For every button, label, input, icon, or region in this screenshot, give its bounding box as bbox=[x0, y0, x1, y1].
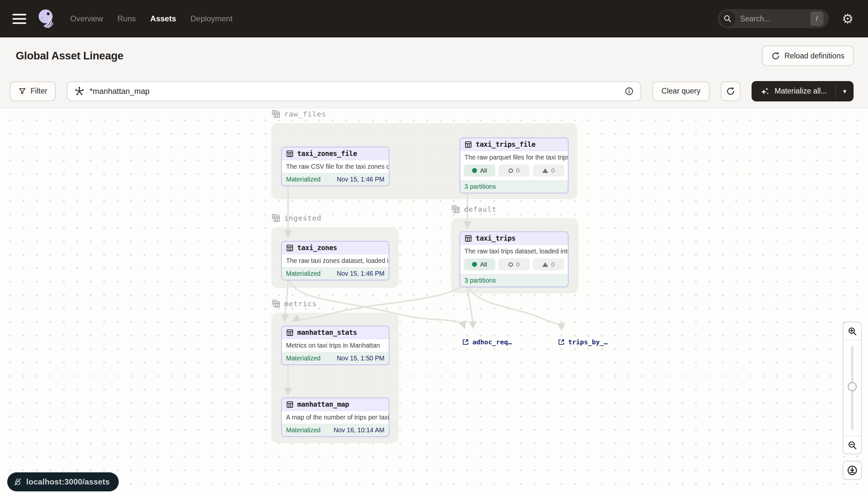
dagster-logo-icon[interactable] bbox=[37, 8, 56, 29]
table-icon bbox=[286, 244, 294, 252]
clear-query-button[interactable]: Clear query bbox=[652, 81, 710, 101]
zoom-in-button[interactable] bbox=[844, 322, 861, 340]
asset-selection-value: *manhattan_map bbox=[90, 87, 149, 96]
refresh-icon bbox=[771, 52, 780, 61]
nav-link-overview[interactable]: Overview bbox=[70, 14, 103, 23]
ring-icon bbox=[509, 262, 513, 267]
materialization-timestamp: Nov 15, 1:50 PM bbox=[337, 355, 385, 362]
search-placeholder: Search... bbox=[740, 14, 770, 23]
zoom-in-icon bbox=[847, 326, 857, 336]
group-table-icon bbox=[271, 214, 281, 223]
asset-node-taxi-zones[interactable]: taxi_zones The raw taxi zones dataset, l… bbox=[281, 241, 389, 280]
table-icon bbox=[286, 401, 294, 408]
asset-node-taxi-zones-file[interactable]: taxi_zones_file The raw CSV file for the… bbox=[281, 147, 389, 186]
group-table-icon bbox=[451, 205, 460, 214]
status-badge: Materialized bbox=[286, 426, 320, 434]
zoom-controls bbox=[843, 322, 862, 454]
asset-description: The raw CSV file for the taxi zones dat.… bbox=[282, 160, 389, 173]
nav-link-runs[interactable]: Runs bbox=[118, 14, 136, 23]
status-badge: Materialized bbox=[286, 355, 320, 362]
recenter-view-button[interactable] bbox=[843, 461, 862, 480]
top-nav: Overview Runs Assets Deployment Search..… bbox=[0, 0, 868, 37]
lock-slash-icon bbox=[14, 478, 22, 486]
refresh-graph-button[interactable] bbox=[721, 81, 740, 101]
green-dot-icon bbox=[472, 262, 477, 267]
triangle-icon bbox=[542, 168, 548, 173]
partition-health-badges: All 0 0 bbox=[460, 164, 568, 180]
refresh-icon bbox=[726, 87, 735, 96]
zoom-out-button[interactable] bbox=[844, 436, 861, 454]
gear-icon[interactable]: ⚙ bbox=[842, 12, 854, 25]
filter-label: Filter bbox=[31, 87, 47, 96]
triangle-icon bbox=[542, 262, 548, 267]
partitions-count: 3 partitions bbox=[464, 277, 496, 284]
group-label-default: default bbox=[451, 205, 497, 214]
ring-icon bbox=[509, 168, 513, 173]
filter-button[interactable]: Filter bbox=[10, 81, 56, 101]
search-icon bbox=[720, 11, 736, 27]
partition-health-badges: All 0 0 bbox=[460, 258, 568, 274]
status-badge: Materialized bbox=[286, 176, 320, 183]
asset-selection-input[interactable]: *manhattan_map bbox=[67, 81, 641, 101]
table-icon bbox=[286, 329, 294, 337]
page-title: Global Asset Lineage bbox=[16, 50, 123, 62]
zoom-out-icon bbox=[847, 440, 857, 450]
external-link-icon bbox=[558, 338, 565, 346]
status-badge: Materialized bbox=[286, 270, 320, 277]
external-asset-link-trips-by[interactable]: trips_by_… bbox=[558, 338, 607, 346]
info-icon[interactable] bbox=[625, 87, 634, 96]
asset-node-manhattan-stats[interactable]: manhattan_stats Metrics on taxi trips in… bbox=[281, 326, 389, 365]
partitions-missing-badge[interactable]: 0 bbox=[498, 165, 530, 176]
group-label-raw-files: raw_files bbox=[271, 109, 326, 119]
group-label-ingested: ingested bbox=[271, 214, 321, 223]
partitions-count: 3 partitions bbox=[464, 183, 496, 190]
asset-description: The raw taxi zones dataset, loaded int..… bbox=[282, 254, 389, 267]
group-label-metrics: metrics bbox=[271, 299, 317, 308]
lineage-canvas[interactable]: raw_files ingested default metrics taxi_… bbox=[0, 108, 868, 495]
group-table-icon bbox=[271, 299, 281, 308]
materialize-dropdown-caret[interactable]: ▾ bbox=[836, 81, 854, 101]
search-input[interactable]: Search... / bbox=[718, 9, 829, 28]
materialization-timestamp: Nov 16, 10:14 AM bbox=[334, 426, 385, 434]
materialization-timestamp: Nov 15, 1:46 PM bbox=[337, 270, 385, 277]
external-asset-link-adhoc-request[interactable]: adhoc_req… bbox=[462, 338, 512, 346]
table-icon bbox=[286, 150, 294, 157]
partitions-failed-badge[interactable]: 0 bbox=[533, 258, 564, 271]
materialize-all-button[interactable]: Materialize all... ▾ bbox=[751, 81, 854, 101]
external-link-icon bbox=[462, 338, 469, 346]
asset-description: The raw taxi trips dataset, loaded into … bbox=[460, 245, 568, 258]
url-text: localhost:3000/assets bbox=[26, 477, 110, 487]
funnel-icon bbox=[18, 87, 26, 95]
nav-link-assets[interactable]: Assets bbox=[150, 14, 176, 23]
green-dot-icon bbox=[472, 168, 477, 173]
asset-node-taxi-trips-file[interactable]: taxi_trips_file The raw parquet files fo… bbox=[460, 138, 568, 193]
page-header: Global Asset Lineage Reload definitions bbox=[0, 37, 868, 74]
table-icon bbox=[464, 141, 472, 148]
sparkle-icon bbox=[760, 86, 770, 96]
nav-link-deployment[interactable]: Deployment bbox=[191, 14, 233, 23]
browser-url-overlay: localhost:3000/assets bbox=[7, 472, 119, 491]
reload-definitions-button[interactable]: Reload definitions bbox=[762, 46, 854, 66]
asset-description: The raw parquet files for the taxi trips… bbox=[460, 151, 568, 164]
partitions-all-badge[interactable]: All bbox=[464, 258, 495, 271]
asset-node-taxi-trips[interactable]: taxi_trips The raw taxi trips dataset, l… bbox=[460, 232, 568, 287]
lineage-toolbar: Filter *manhattan_map Clear query bbox=[0, 74, 868, 108]
partitions-all-badge[interactable]: All bbox=[464, 165, 495, 176]
menu-icon[interactable] bbox=[13, 14, 26, 24]
nav-links: Overview Runs Assets Deployment bbox=[70, 14, 233, 23]
recenter-icon bbox=[847, 465, 858, 476]
group-table-icon bbox=[271, 109, 281, 119]
materialization-timestamp: Nov 15, 1:46 PM bbox=[337, 176, 385, 183]
search-shortcut-badge: / bbox=[810, 12, 823, 26]
table-icon bbox=[464, 235, 472, 242]
zoom-slider-thumb[interactable] bbox=[848, 382, 857, 391]
partitions-failed-badge[interactable]: 0 bbox=[533, 165, 564, 176]
partitions-missing-badge[interactable]: 0 bbox=[498, 258, 530, 271]
clear-query-label: Clear query bbox=[661, 87, 701, 96]
reload-definitions-label: Reload definitions bbox=[784, 52, 844, 61]
zoom-slider[interactable] bbox=[844, 340, 861, 436]
materialize-all-label: Materialize all... bbox=[775, 87, 827, 96]
asset-description: Metrics on taxi trips in Manhattan bbox=[282, 339, 389, 352]
asset-graph-icon bbox=[74, 86, 85, 97]
asset-node-manhattan-map[interactable]: manhattan_map A map of the number of tri… bbox=[281, 397, 389, 437]
